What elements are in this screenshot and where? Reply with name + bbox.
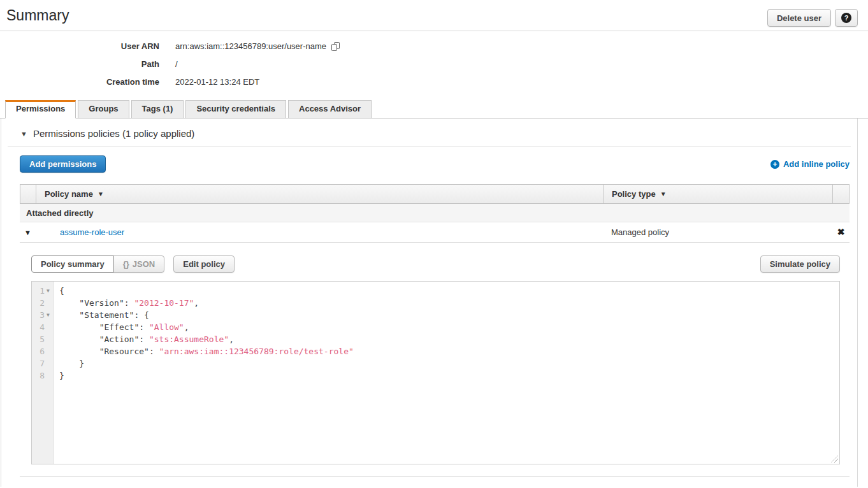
gutter-line: 2: [32, 297, 54, 309]
code-line: "Resource": "arn:aws:iam::123456789:role…: [59, 345, 354, 357]
tab-access-advisor[interactable]: Access Advisor: [288, 100, 372, 118]
copy-icon[interactable]: [331, 41, 340, 52]
policy-row: ▼ assume-role-user Managed policy ✖: [20, 222, 850, 243]
info-value: arn:aws:iam::123456789:user/user-name: [175, 41, 340, 52]
gutter-line: 6: [32, 345, 54, 357]
line-number: 3: [32, 309, 47, 321]
line-number: 8: [32, 370, 47, 382]
remove-policy-icon[interactable]: ✖: [837, 227, 845, 237]
edit-policy-button[interactable]: Edit policy: [173, 255, 235, 273]
gutter-line: 1▼: [32, 285, 54, 297]
info-value-text: 2022-01-12 13:24 EDT: [175, 77, 259, 87]
header-divider: [0, 31, 868, 31]
expand-column-header: [20, 185, 36, 203]
policy-detail-panel: Policy summary {}JSON Edit policy Simula…: [20, 243, 850, 477]
line-number: 1: [32, 285, 47, 297]
sort-caret-icon: ▼: [660, 190, 667, 197]
code-line: "Statement": {: [59, 309, 354, 321]
page-title: Summary: [6, 5, 69, 25]
gutter-line: 7: [32, 357, 54, 370]
tab-tags-1[interactable]: Tags (1): [131, 100, 184, 118]
line-number: 7: [32, 357, 47, 370]
collapse-caret-icon: ▼: [20, 130, 27, 138]
tab-permissions[interactable]: Permissions: [5, 100, 76, 118]
info-value: /: [175, 59, 178, 69]
fold-caret-icon[interactable]: ▼: [47, 285, 54, 297]
gutter-line: 3▼: [32, 309, 54, 321]
delete-user-button[interactable]: Delete user: [767, 9, 831, 27]
line-number: 2: [32, 297, 47, 309]
resize-handle[interactable]: [831, 456, 838, 463]
line-number: 5: [32, 333, 47, 345]
policy-name-link[interactable]: assume-role-user: [60, 227, 124, 237]
json-button[interactable]: {}JSON: [113, 255, 165, 273]
policy-name-header-label: Policy name: [45, 189, 93, 199]
line-number: 6: [32, 345, 47, 357]
code-line: {: [59, 285, 354, 297]
info-row: Creation time2022-01-12 13:24 EDT: [0, 77, 868, 87]
line-number: 4: [32, 321, 47, 333]
policy-type-header-label: Policy type: [612, 189, 656, 199]
info-label: Creation time: [0, 77, 159, 87]
tab-security-credentials[interactable]: Security credentials: [185, 100, 286, 118]
policy-name-column-header[interactable]: Policy name ▼: [36, 185, 604, 203]
policy-json-editor[interactable]: 1▼23▼45678 { "Version": "2012-10-17", "S…: [31, 281, 840, 464]
policy-detail-toolbar: Policy summary {}JSON Edit policy Simula…: [31, 255, 840, 273]
policy-actions-row: Add permissions + Add inline policy: [20, 155, 850, 173]
braces-icon: {}: [123, 259, 129, 269]
info-row: User ARNarn:aws:iam::123456789:user/user…: [0, 41, 868, 52]
json-button-label: JSON: [133, 259, 155, 269]
info-label: User ARN: [0, 41, 159, 52]
page-header: Summary Delete user ?: [0, 0, 868, 27]
header-actions: Delete user ?: [767, 9, 858, 27]
info-row: Path/: [0, 59, 868, 69]
policy-summary-button[interactable]: Policy summary: [31, 255, 114, 273]
table-header-row: Policy name ▼ Policy type ▼: [20, 184, 850, 204]
add-inline-policy-link[interactable]: + Add inline policy: [770, 159, 850, 169]
code-line: "Action": "sts:AssumeRole",: [59, 333, 354, 345]
simulate-policy-button[interactable]: Simulate policy: [760, 255, 840, 273]
code-line: "Version": "2012-10-17",: [59, 297, 354, 309]
user-info: User ARNarn:aws:iam::123456789:user/user…: [0, 41, 868, 87]
policy-view-toggle: Policy summary {}JSON Edit policy: [31, 255, 235, 273]
help-icon: ?: [841, 13, 851, 23]
tab-strip: PermissionsGroupsTags (1)Security creden…: [0, 100, 868, 118]
attached-directly-group-row: Attached directly: [20, 204, 850, 222]
code-line: }: [59, 357, 354, 370]
plus-icon: +: [770, 160, 779, 169]
policy-type-cell: Managed policy: [603, 227, 832, 237]
info-value: 2022-01-12 13:24 EDT: [175, 77, 259, 87]
permissions-tab-panel: ▼ Permissions policies (1 policy applied…: [1, 118, 858, 487]
editor-code: { "Version": "2012-10-17", "Statement": …: [54, 282, 354, 464]
row-expand-caret-icon[interactable]: ▼: [24, 229, 31, 236]
gutter-line: 5: [32, 333, 54, 345]
group-row-label: Attached directly: [26, 208, 93, 218]
info-value-text: /: [175, 59, 178, 69]
section-heading: Permissions policies (1 policy applied): [33, 128, 194, 139]
gutter-line: 4: [32, 321, 54, 333]
gutter-line: 8: [32, 370, 54, 382]
info-label: Path: [0, 59, 159, 69]
add-permissions-button[interactable]: Add permissions: [20, 155, 106, 173]
fold-caret-icon[interactable]: ▼: [47, 309, 54, 321]
tab-groups[interactable]: Groups: [78, 100, 129, 118]
sort-caret-icon: ▼: [98, 190, 104, 197]
add-inline-policy-label: Add inline policy: [783, 159, 850, 169]
permissions-policies-section-header[interactable]: ▼ Permissions policies (1 policy applied…: [8, 118, 851, 147]
info-value-text: arn:aws:iam::123456789:user/user-name: [175, 41, 326, 52]
editor-line-numbers: 1▼23▼45678: [32, 282, 54, 464]
code-line: "Effect": "Allow",: [59, 321, 354, 333]
policies-table: Policy name ▼ Policy type ▼ Attached dir…: [20, 184, 850, 243]
code-line: }: [59, 370, 354, 382]
help-button[interactable]: ?: [835, 9, 858, 27]
policy-type-column-header[interactable]: Policy type ▼: [604, 185, 833, 203]
